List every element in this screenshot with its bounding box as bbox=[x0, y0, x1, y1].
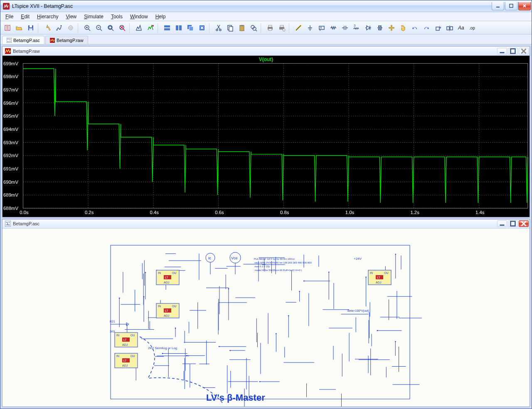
menu-tools[interactable]: Tools bbox=[108, 13, 126, 20]
mirror-icon[interactable] bbox=[444, 22, 455, 33]
draw-wire-icon[interactable] bbox=[293, 22, 304, 33]
subwin-minimize-button[interactable] bbox=[497, 220, 507, 227]
add-trace-icon[interactable] bbox=[145, 22, 156, 33]
svg-text:LT: LT bbox=[165, 276, 168, 279]
menu-edit[interactable]: Edit bbox=[17, 13, 33, 20]
copy-icon[interactable] bbox=[225, 22, 236, 33]
svg-text:689mV: 689mV bbox=[3, 192, 18, 197]
spice-directive-icon[interactable]: .op bbox=[468, 22, 478, 33]
svg-point-133 bbox=[259, 381, 261, 382]
svg-point-142 bbox=[175, 328, 176, 329]
svg-rect-44 bbox=[7, 38, 12, 43]
paste-icon[interactable] bbox=[236, 22, 247, 33]
svg-rect-89 bbox=[23, 64, 527, 208]
zoom-in-icon[interactable] bbox=[82, 22, 93, 33]
svg-point-7 bbox=[61, 25, 62, 26]
menu-view[interactable]: View bbox=[62, 13, 80, 20]
menu-help[interactable]: Help bbox=[152, 13, 169, 20]
subwin-maximize-button[interactable] bbox=[508, 48, 518, 54]
svg-rect-30 bbox=[268, 25, 272, 27]
minimize-button[interactable] bbox=[492, 2, 504, 10]
waveform-window-titlebar[interactable]: BetamgP.raw bbox=[2, 47, 530, 56]
close-button[interactable] bbox=[518, 2, 531, 10]
svg-text:Beta=100*V(out): Beta=100*V(out) bbox=[347, 309, 369, 313]
find-icon[interactable] bbox=[248, 22, 259, 33]
svg-text:ADJ: ADJ bbox=[164, 314, 169, 317]
inductor-icon[interactable]: 3 bbox=[351, 22, 362, 33]
close-all-icon[interactable] bbox=[197, 22, 207, 33]
autorange-icon[interactable] bbox=[133, 22, 144, 33]
component-icon[interactable] bbox=[374, 22, 385, 33]
undo-icon[interactable] bbox=[409, 22, 420, 33]
run-icon[interactable] bbox=[54, 22, 64, 33]
svg-point-136 bbox=[377, 330, 378, 331]
svg-text:LT: LT bbox=[123, 338, 127, 341]
capacitor-icon[interactable] bbox=[340, 22, 350, 33]
titlebar: LTspice XVII - BetamgP.asc bbox=[0, 0, 532, 12]
waveform-plot[interactable]: V(out) 688mV689mV690mV691mV692mV693mV694… bbox=[2, 56, 530, 217]
svg-text:ADJ: ADJ bbox=[376, 281, 381, 284]
menu-hierarchy[interactable]: Hierarchy bbox=[34, 13, 62, 20]
zoom-box-icon[interactable] bbox=[117, 22, 128, 33]
zoom-fit-icon[interactable] bbox=[105, 22, 116, 33]
zoom-out-icon[interactable] bbox=[94, 22, 104, 33]
drag-icon[interactable] bbox=[398, 22, 409, 33]
svg-point-109 bbox=[328, 271, 330, 273]
subwin-close-button[interactable] bbox=[519, 220, 529, 227]
svg-point-230 bbox=[395, 254, 396, 255]
svg-text:698mV: 698mV bbox=[3, 74, 18, 79]
schematic-window-titlebar[interactable]: BetamgP.asc bbox=[2, 219, 530, 229]
svg-point-8 bbox=[69, 26, 73, 30]
schematic-window-title: BetamgP.asc bbox=[13, 221, 39, 226]
schematic-canvas[interactable]: LTINOUADJLTINOUADJLTINOUADJLTINOUADJLTIN… bbox=[2, 229, 530, 407]
cascade-icon[interactable] bbox=[185, 22, 196, 33]
svg-text:697mV: 697mV bbox=[3, 87, 18, 92]
svg-rect-14 bbox=[164, 25, 170, 27]
svg-point-130 bbox=[288, 315, 289, 316]
menu-bar: FileEditHierarchyViewSimulateToolsWindow… bbox=[0, 12, 532, 21]
maximize-button[interactable] bbox=[505, 2, 517, 10]
save-icon[interactable] bbox=[25, 22, 36, 33]
trace-label[interactable]: V(out) bbox=[259, 57, 273, 62]
svg-rect-39 bbox=[436, 27, 439, 30]
open-icon[interactable] bbox=[14, 22, 25, 33]
svg-text:0.4s: 0.4s bbox=[150, 210, 159, 215]
print-icon[interactable] bbox=[265, 22, 276, 33]
subwin-minimize-button[interactable] bbox=[497, 48, 507, 54]
svg-text:OU: OU bbox=[131, 355, 135, 357]
svg-point-118 bbox=[162, 353, 163, 354]
waveform-window: BetamgP.raw V(out) 688mV689mV690mV691mV6… bbox=[2, 46, 530, 217]
svg-rect-19 bbox=[189, 27, 193, 31]
print-setup-icon[interactable] bbox=[276, 22, 287, 33]
menu-file[interactable]: File bbox=[2, 13, 17, 20]
diode-icon[interactable] bbox=[363, 22, 374, 33]
svg-text:;step NPN 2N3055(Bf) list 100 : ;step NPN 2N3055(Bf) list 100 200 300 40… bbox=[254, 261, 312, 264]
tile-v-icon[interactable] bbox=[173, 22, 184, 33]
svg-text:1.2s: 1.2s bbox=[410, 210, 419, 215]
text-icon[interactable]: Aa bbox=[456, 22, 467, 33]
svg-rect-90 bbox=[5, 221, 11, 227]
new-schematic-icon[interactable] bbox=[2, 22, 13, 33]
cut-icon[interactable] bbox=[213, 22, 224, 33]
ground-icon[interactable] bbox=[305, 22, 315, 33]
tile-h-icon[interactable] bbox=[162, 22, 172, 33]
move-icon[interactable] bbox=[386, 22, 397, 33]
svg-point-160 bbox=[276, 333, 277, 334]
svg-text:699mV: 699mV bbox=[3, 61, 18, 66]
resistor-icon[interactable] bbox=[328, 22, 339, 33]
menu-window[interactable]: Window bbox=[127, 13, 151, 20]
subwin-maximize-button[interactable] bbox=[508, 220, 518, 227]
svg-point-34 bbox=[283, 29, 285, 31]
rotate-icon[interactable] bbox=[433, 22, 443, 33]
svg-text:R21: R21 bbox=[110, 320, 115, 323]
subwin-close-button[interactable] bbox=[519, 48, 529, 54]
svg-text:Vce: Vce bbox=[231, 256, 238, 260]
label-net-icon[interactable]: A bbox=[316, 22, 327, 33]
halt-icon[interactable] bbox=[65, 22, 76, 33]
tab-betamgp-asc[interactable]: BetamgP.asc bbox=[2, 36, 44, 44]
redo-icon[interactable] bbox=[421, 22, 432, 33]
menu-simulate[interactable]: Simulate bbox=[81, 13, 107, 20]
pick-icon[interactable] bbox=[42, 22, 53, 33]
tab-betamgp-raw[interactable]: BetamgP.raw bbox=[45, 36, 88, 44]
document-tabstrip: BetamgP.ascBetamgP.raw bbox=[0, 34, 532, 44]
